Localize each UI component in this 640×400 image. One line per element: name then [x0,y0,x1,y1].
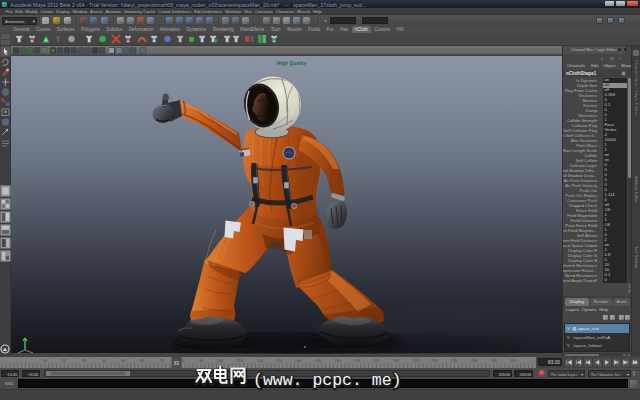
svg-text:50: 50 [121,358,125,362]
svg-text:210: 210 [432,358,438,362]
svg-text:40: 40 [102,358,106,362]
svg-text:220: 220 [451,358,457,362]
svg-text:250: 250 [510,358,516,362]
svg-text:230: 230 [471,358,477,362]
svg-text:10: 10 [43,358,47,362]
svg-text:60: 60 [140,358,144,362]
svg-text:70: 70 [160,358,164,362]
svg-text:240: 240 [491,358,497,362]
svg-text:(www. pcpc. me): (www. pcpc. me) [253,371,402,390]
svg-text:83: 83 [174,361,180,366]
svg-text:30: 30 [82,358,86,362]
svg-text:20: 20 [62,358,66,362]
